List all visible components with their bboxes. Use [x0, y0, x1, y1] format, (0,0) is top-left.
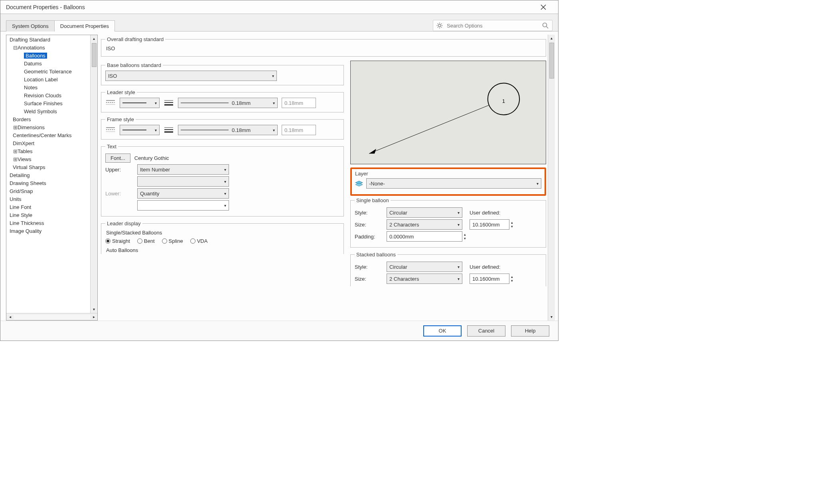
expand-icon[interactable]: ⊞: [13, 124, 18, 132]
tree-item-weld-symbols[interactable]: Weld Symbols: [8, 108, 97, 116]
tree-item-detailing[interactable]: Detailing: [8, 171, 97, 179]
search-icon: [542, 22, 549, 29]
tree-item-dimxpert[interactable]: DimXpert: [8, 140, 97, 148]
group-leader-display: Leader display Single/Stacked Balloons S…: [101, 220, 344, 254]
tree-item-borders[interactable]: Borders: [8, 116, 97, 124]
radio-spline[interactable]: Spline: [162, 238, 183, 244]
spin-down-icon[interactable]: ▾: [510, 279, 514, 283]
tree-item-balloons[interactable]: Balloons: [8, 52, 97, 60]
ok-button[interactable]: OK: [423, 325, 462, 337]
tree-item-drawing-sheets[interactable]: Drawing Sheets: [8, 179, 97, 187]
dialog-button-bar: OK Cancel Help: [0, 321, 558, 341]
layer-dropdown[interactable]: -None- ▾: [366, 178, 541, 189]
frame-line-style-dropdown[interactable]: ▾: [120, 125, 160, 135]
chevron-down-icon: ▾: [155, 128, 157, 132]
content-vertical-scrollbar[interactable]: ▴ ▾: [548, 35, 555, 321]
spin-up-icon[interactable]: ▴: [463, 232, 467, 236]
group-legend: Frame style: [105, 116, 136, 122]
expand-icon[interactable]: ⊞: [13, 156, 18, 163]
spin-up-icon[interactable]: ▴: [510, 275, 514, 279]
scroll-track[interactable]: [14, 315, 90, 319]
cancel-button[interactable]: Cancel: [467, 325, 505, 337]
stacked-style-dropdown[interactable]: Circular▾: [387, 262, 462, 272]
tree-item-line-thickness[interactable]: Line Thickness: [8, 219, 97, 227]
tree-item-datums[interactable]: Datums: [8, 60, 97, 68]
tree-horizontal-scrollbar[interactable]: ◂ ▸: [6, 313, 97, 320]
tab-document-properties[interactable]: Document Properties: [54, 20, 115, 32]
scroll-down-icon[interactable]: ▾: [93, 306, 95, 313]
tree-item-centerlines[interactable]: Centerlines/Center Marks: [8, 132, 97, 140]
chevron-down-icon: ▾: [155, 101, 157, 105]
line-weight-icon: [164, 125, 174, 135]
stacked-user-defined-input[interactable]: [470, 274, 509, 284]
help-button[interactable]: Help: [511, 325, 549, 337]
radio-bent[interactable]: Bent: [137, 238, 155, 244]
tree-item-surface-finishes[interactable]: Surface Finishes: [8, 100, 97, 108]
spin-down-icon[interactable]: ▾: [463, 236, 467, 240]
scroll-thumb[interactable]: [92, 43, 97, 67]
tree-item-location-label[interactable]: Location Label: [8, 76, 97, 84]
tree-item-notes[interactable]: Notes: [8, 84, 97, 92]
search-options[interactable]: [433, 20, 553, 31]
size-label: Size:: [355, 276, 383, 282]
tree-item-grid-snap[interactable]: Grid/Snap: [8, 187, 97, 195]
scroll-left-icon[interactable]: ◂: [6, 315, 14, 319]
tree-item-revision-clouds[interactable]: Revision Clouds: [8, 92, 97, 100]
frame-line-weight-dropdown[interactable]: 0.18mm ▾: [178, 125, 278, 135]
svg-marker-34: [355, 183, 363, 186]
group-legend: Leader display: [105, 220, 142, 226]
tree-item-drafting-standard[interactable]: Drafting Standard: [8, 36, 97, 44]
collapse-icon[interactable]: ⊟: [13, 44, 18, 52]
chevron-down-icon: ▾: [458, 277, 460, 281]
upper-text-dropdown[interactable]: Item Number ▾: [137, 164, 229, 175]
tree-item-image-quality[interactable]: Image Quality: [8, 227, 97, 235]
base-standard-dropdown[interactable]: ISO ▾: [105, 71, 277, 81]
chevron-down-icon: ▾: [224, 191, 226, 196]
font-button[interactable]: Font...: [105, 154, 130, 163]
single-user-defined-spinner[interactable]: ▴▾: [470, 219, 514, 230]
scroll-thumb[interactable]: [549, 43, 554, 79]
group-legend: Layer: [355, 171, 368, 177]
single-size-dropdown[interactable]: 2 Characters▾: [387, 219, 462, 230]
scroll-up-icon[interactable]: ▴: [551, 35, 553, 42]
tree-vertical-scrollbar[interactable]: ▴ ▾: [90, 35, 97, 313]
tree-item-line-style[interactable]: Line Style: [8, 211, 97, 219]
group-legend: Single balloon: [355, 197, 391, 203]
tree-item-tables[interactable]: ⊞Tables: [8, 148, 97, 156]
stacked-user-defined-spinner[interactable]: ▴▾: [470, 274, 514, 284]
upper-text-secondary-dropdown: ▾: [137, 176, 229, 187]
single-style-dropdown[interactable]: Circular▾: [387, 207, 462, 218]
tree-item-virtual-sharps[interactable]: Virtual Sharps: [8, 163, 97, 171]
solid-line-icon: [122, 101, 146, 104]
radio-vda[interactable]: VDA: [190, 238, 208, 244]
lower-label: Lower:: [105, 191, 133, 197]
tree-item-views[interactable]: ⊞Views: [8, 156, 97, 163]
close-button[interactable]: [541, 4, 555, 10]
leader-line-weight-dropdown[interactable]: 0.18mm ▾: [178, 98, 278, 108]
svg-line-29: [369, 105, 489, 154]
stacked-size-dropdown[interactable]: 2 Characters▾: [387, 274, 462, 284]
solid-line-icon: [122, 128, 146, 132]
group-leader-style: Leader style ▾: [101, 89, 344, 112]
category-tree[interactable]: Drafting Standard ⊟Annotations Balloons …: [6, 35, 97, 313]
tree-item-geometric-tolerance[interactable]: Geometric Tolerance: [8, 68, 97, 76]
spin-up-icon[interactable]: ▴: [510, 220, 514, 224]
scroll-down-icon[interactable]: ▾: [551, 313, 553, 321]
scroll-up-icon[interactable]: ▴: [93, 35, 95, 42]
user-defined-label: User defined:: [470, 264, 500, 270]
tree-item-dimensions[interactable]: ⊞Dimensions: [8, 124, 97, 132]
leader-line-style-dropdown[interactable]: ▾: [120, 98, 160, 108]
scroll-right-icon[interactable]: ▸: [90, 315, 97, 319]
tab-system-options[interactable]: System Options: [6, 20, 55, 32]
lower-text-secondary-dropdown[interactable]: ▾: [137, 200, 229, 211]
single-padding-input[interactable]: [387, 231, 462, 242]
expand-icon[interactable]: ⊞: [13, 148, 18, 156]
tree-item-line-font[interactable]: Line Font: [8, 203, 97, 211]
single-padding-spinner[interactable]: ▴▾: [387, 231, 467, 242]
tree-item-units[interactable]: Units: [8, 195, 97, 203]
radio-straight[interactable]: Straight: [105, 238, 130, 244]
tree-item-annotations[interactable]: ⊟Annotations: [8, 44, 97, 52]
spin-down-icon[interactable]: ▾: [510, 224, 514, 228]
search-input[interactable]: [446, 22, 539, 29]
single-user-defined-input[interactable]: [470, 219, 509, 230]
